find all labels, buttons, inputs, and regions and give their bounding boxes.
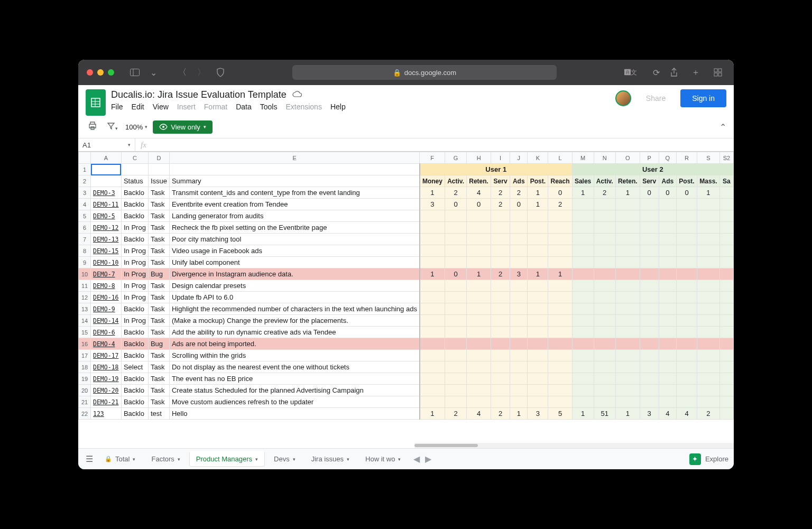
menu-view[interactable]: View — [153, 103, 169, 111]
score-cell[interactable] — [572, 292, 594, 303]
score-cell[interactable] — [491, 280, 510, 292]
col-header[interactable]: J — [510, 152, 528, 164]
summary-cell[interactable]: The event has no EB price — [169, 373, 419, 385]
menu-help[interactable]: Help — [330, 103, 346, 111]
score-cell[interactable] — [640, 338, 659, 350]
subhdr-u1[interactable]: Reten. — [467, 175, 491, 187]
score-cell[interactable]: 3 — [640, 408, 659, 420]
score-cell[interactable] — [510, 396, 528, 408]
row-header[interactable]: 12 — [79, 292, 91, 303]
score-cell[interactable] — [640, 385, 659, 396]
score-cell[interactable] — [572, 280, 594, 292]
score-cell[interactable]: 51 — [594, 408, 615, 420]
score-cell[interactable] — [659, 257, 676, 268]
score-cell[interactable] — [640, 327, 659, 338]
score-cell[interactable] — [640, 222, 659, 234]
status-cell[interactable]: Backlo — [121, 396, 148, 408]
row-header[interactable]: 4 — [79, 199, 91, 210]
score-cell[interactable]: 2 — [491, 268, 510, 280]
score-cell[interactable] — [467, 350, 491, 361]
score-cell[interactable] — [676, 245, 697, 257]
col-header[interactable]: O — [615, 152, 640, 164]
summary-cell[interactable]: Divergence in Instagram audience data. — [169, 268, 419, 280]
row-header[interactable]: 16 — [79, 338, 91, 350]
score-cell[interactable]: 1 — [420, 268, 445, 280]
score-cell[interactable] — [659, 222, 676, 234]
score-cell[interactable] — [594, 338, 615, 350]
score-cell[interactable]: 1 — [572, 187, 594, 199]
score-cell[interactable] — [548, 245, 572, 257]
score-cell[interactable]: 2 — [491, 408, 510, 420]
viewonly-badge[interactable]: View only ▾ — [153, 120, 212, 134]
minimize-window[interactable] — [97, 69, 104, 76]
score-cell[interactable] — [640, 373, 659, 385]
col-header[interactable]: A — [91, 152, 122, 164]
score-cell[interactable]: 4 — [676, 408, 697, 420]
row-header[interactable]: 1 — [79, 164, 91, 175]
subhdr-u2[interactable]: Activ. — [594, 175, 615, 187]
score-cell[interactable] — [572, 396, 594, 408]
score-cell[interactable] — [420, 257, 445, 268]
score-cell[interactable] — [719, 361, 733, 373]
score-cell[interactable] — [719, 268, 733, 280]
score-cell[interactable] — [467, 210, 491, 222]
score-cell[interactable] — [676, 385, 697, 396]
score-cell[interactable] — [420, 373, 445, 385]
score-cell[interactable] — [491, 350, 510, 361]
type-cell[interactable]: Task — [148, 396, 169, 408]
subhdr-u2[interactable]: Sales — [572, 175, 594, 187]
score-cell[interactable] — [528, 222, 548, 234]
score-cell[interactable] — [572, 385, 594, 396]
nav-forward-icon[interactable]: 〉 — [194, 65, 209, 80]
sheet-tab[interactable]: Factors▾ — [145, 452, 186, 466]
score-cell[interactable] — [491, 222, 510, 234]
score-cell[interactable]: 1 — [615, 408, 640, 420]
score-cell[interactable] — [615, 327, 640, 338]
summary-cell[interactable]: Move custom audiences refresh to the upd… — [169, 396, 419, 408]
score-cell[interactable] — [491, 361, 510, 373]
score-cell[interactable] — [467, 292, 491, 303]
sheet-tab[interactable]: Devs▾ — [267, 452, 302, 466]
score-cell[interactable] — [467, 245, 491, 257]
score-cell[interactable] — [697, 350, 720, 361]
score-cell[interactable] — [719, 245, 733, 257]
summary-cell[interactable]: Scrolling within the grids — [169, 350, 419, 361]
score-cell[interactable] — [548, 350, 572, 361]
status-cell[interactable]: Backlo — [121, 350, 148, 361]
score-cell[interactable] — [510, 315, 528, 327]
col-header[interactable]: I — [491, 152, 510, 164]
score-cell[interactable] — [719, 234, 733, 245]
score-cell[interactable] — [640, 257, 659, 268]
score-cell[interactable] — [420, 327, 445, 338]
status-cell[interactable]: In Prog — [121, 292, 148, 303]
col-header[interactable]: H — [467, 152, 491, 164]
score-cell[interactable] — [548, 303, 572, 315]
score-cell[interactable] — [594, 280, 615, 292]
score-cell[interactable]: 1 — [615, 187, 640, 199]
score-cell[interactable] — [697, 303, 720, 315]
score-cell[interactable] — [615, 373, 640, 385]
score-cell[interactable] — [676, 292, 697, 303]
score-cell[interactable] — [445, 327, 466, 338]
user2-header[interactable]: User 2 — [572, 164, 733, 175]
name-box[interactable]: A1▾ — [78, 138, 135, 151]
col-issue[interactable]: Issue — [148, 175, 169, 187]
score-cell[interactable] — [491, 327, 510, 338]
reload-icon[interactable]: ⟳ — [650, 66, 663, 80]
score-cell[interactable]: 0 — [445, 199, 466, 210]
type-cell[interactable]: Task — [148, 373, 169, 385]
score-cell[interactable] — [676, 234, 697, 245]
score-cell[interactable] — [491, 257, 510, 268]
score-cell[interactable] — [548, 385, 572, 396]
score-cell[interactable] — [697, 361, 720, 373]
score-cell[interactable] — [640, 199, 659, 210]
score-cell[interactable] — [572, 373, 594, 385]
score-cell[interactable] — [420, 315, 445, 327]
score-cell[interactable] — [615, 257, 640, 268]
status-cell[interactable]: In Prog — [121, 268, 148, 280]
col-header[interactable]: P — [640, 152, 659, 164]
score-cell[interactable] — [594, 222, 615, 234]
cloud-saved-icon[interactable] — [292, 90, 302, 100]
score-cell[interactable] — [719, 292, 733, 303]
score-cell[interactable] — [615, 210, 640, 222]
